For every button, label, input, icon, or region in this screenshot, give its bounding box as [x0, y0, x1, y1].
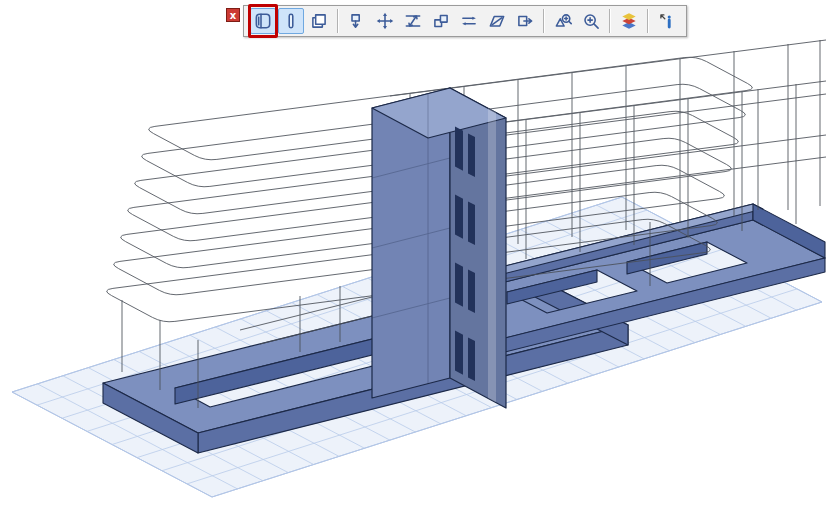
toolbar-panel [243, 5, 687, 37]
core-tower[interactable] [372, 88, 506, 408]
quick-info-icon [657, 11, 677, 31]
zoom-selection-button[interactable] [550, 8, 576, 34]
drag-mode-icon [253, 11, 273, 31]
drag-mode-button[interactable] [250, 8, 276, 34]
multiply-icon [431, 11, 451, 31]
stretch-icon [403, 11, 423, 31]
toolbar-separator [543, 9, 545, 33]
quick-info-button[interactable] [654, 8, 680, 34]
zoom-in-icon [581, 11, 601, 31]
visual-styles-icon [619, 11, 639, 31]
editing-toolbar: x [226, 5, 687, 37]
column-mode-button[interactable] [278, 8, 304, 34]
model-viewport[interactable] [0, 0, 829, 519]
visual-styles-button[interactable] [616, 8, 642, 34]
tilt-icon [487, 11, 507, 31]
skew-button[interactable] [456, 8, 482, 34]
copy-button[interactable] [306, 8, 332, 34]
tower-pilaster-highlight [488, 108, 496, 402]
move-3d-button[interactable] [372, 8, 398, 34]
drag-element-button[interactable] [344, 8, 370, 34]
multiply-button[interactable] [428, 8, 454, 34]
zoom-in-button[interactable] [578, 8, 604, 34]
column-mode-icon [281, 11, 301, 31]
close-button[interactable]: x [226, 8, 240, 22]
stretch-button[interactable] [400, 8, 426, 34]
move-3d-icon [375, 11, 395, 31]
toolbar-separator [647, 9, 649, 33]
offset-button[interactable] [512, 8, 538, 34]
tilt-button[interactable] [484, 8, 510, 34]
toolbar-separator [337, 9, 339, 33]
toolbar-separator [609, 9, 611, 33]
drag-element-icon [347, 11, 367, 31]
zoom-selection-icon [553, 11, 573, 31]
offset-icon [515, 11, 535, 31]
copy-icon [309, 11, 329, 31]
skew-icon [459, 11, 479, 31]
